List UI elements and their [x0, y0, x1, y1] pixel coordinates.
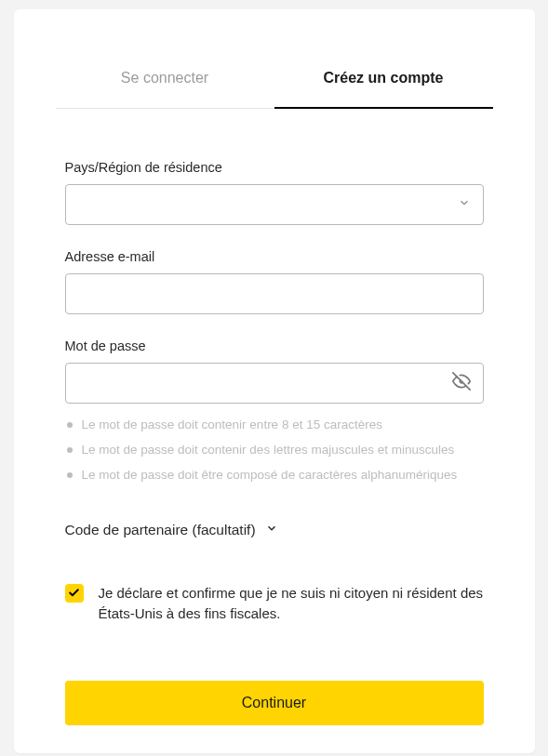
declaration-row: Je déclare et confirme que je ne suis ni… — [65, 583, 484, 625]
signup-form: Pays/Région de résidence Adresse e-mail … — [65, 160, 484, 725]
tab-login[interactable]: Se connecter — [56, 60, 274, 109]
password-hint: Le mot de passe doit être composé de car… — [65, 467, 484, 484]
password-input[interactable] — [65, 363, 484, 404]
password-hints: Le mot de passe doit contenir entre 8 et… — [65, 417, 484, 484]
partner-code-toggle[interactable]: Code de partenaire (facultatif) — [65, 522, 484, 538]
declaration-text: Je déclare et confirme que je ne suis ni… — [99, 583, 484, 625]
country-select-wrap — [65, 184, 484, 225]
email-field-group: Adresse e-mail — [65, 249, 484, 314]
country-field-group: Pays/Région de résidence — [65, 160, 484, 225]
country-select[interactable] — [65, 184, 484, 225]
password-field-group: Mot de passe Le mot de passe doit conten… — [65, 338, 484, 484]
email-input[interactable] — [65, 273, 484, 314]
password-label: Mot de passe — [65, 338, 484, 353]
password-hint: Le mot de passe doit contenir entre 8 et… — [65, 417, 484, 434]
declaration-checkbox[interactable] — [65, 584, 84, 603]
email-label: Adresse e-mail — [65, 249, 484, 264]
partner-code-label: Code de partenaire (facultatif) — [65, 522, 256, 538]
chevron-down-icon — [265, 522, 278, 538]
toggle-password-visibility-icon[interactable] — [452, 372, 471, 394]
continue-button[interactable]: Continuer — [65, 681, 484, 725]
password-hint: Le mot de passe doit contenir des lettre… — [65, 442, 484, 459]
auth-tabs: Se connecter Créez un compte — [56, 9, 493, 109]
tab-signup[interactable]: Créez un compte — [274, 60, 493, 109]
signup-card: Se connecter Créez un compte Pays/Région… — [14, 9, 535, 753]
country-label: Pays/Région de résidence — [65, 160, 484, 175]
